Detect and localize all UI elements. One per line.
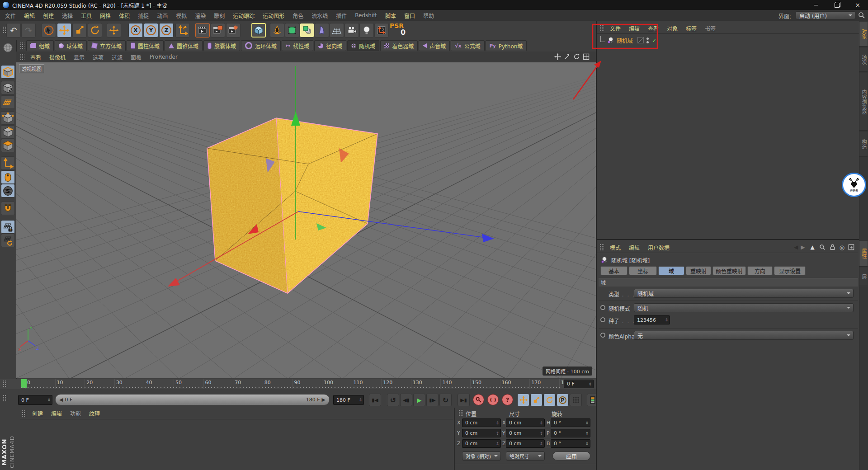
viewport-grip[interactable]: [20, 53, 24, 61]
spinner-icon[interactable]: ⇕: [585, 442, 590, 446]
scale-tool-button[interactable]: [72, 23, 87, 38]
play-loop-button[interactable]: ↻: [439, 394, 452, 406]
camera-button[interactable]: [344, 23, 359, 38]
menubar-item-运动跟踪[interactable]: 运动跟踪: [229, 12, 259, 19]
end-frame-field[interactable]: 180 F⇕: [333, 395, 364, 405]
field-dropdown-颜色Alpha[interactable]: 无: [634, 331, 854, 340]
viewport-menu-摄像机[interactable]: 摄像机: [45, 53, 70, 61]
object-manager-grip[interactable]: [599, 24, 604, 32]
view-label[interactable]: 透视视图: [19, 64, 44, 73]
search-icon[interactable]: [858, 12, 865, 19]
menubar-item-选择[interactable]: 选择: [58, 12, 77, 19]
material-menu-纹理[interactable]: 纹理: [85, 409, 104, 417]
object-manager-menu-文件[interactable]: 文件: [606, 24, 625, 32]
move-tool-button[interactable]: [57, 23, 71, 38]
toggle-record-rotation-button[interactable]: [543, 394, 556, 406]
palette-button-声音域[interactable]: 声音域: [419, 40, 450, 51]
play-forwards-button[interactable]: ▶: [413, 394, 425, 406]
toggle-views-icon[interactable]: [583, 53, 590, 60]
menubar-item-捕捉[interactable]: 捕捉: [134, 12, 153, 19]
history-forward-icon[interactable]: ▶: [801, 244, 805, 250]
texture-mode-button[interactable]: [1, 81, 15, 94]
material-grip[interactable]: [22, 410, 26, 417]
timeline-ruler[interactable]: 0102030405060708090100110120130140150160…: [0, 379, 596, 390]
material-menu-功能[interactable]: 功能: [66, 409, 85, 417]
attribute-tab-方向[interactable]: 方向: [747, 266, 773, 275]
palette-button-径向域[interactable]: 径向域: [314, 40, 346, 51]
coordinate-mode-dropdown[interactable]: 对象 (相对): [462, 451, 501, 461]
simulation-sphere-icon-button[interactable]: [1, 41, 15, 54]
apply-button[interactable]: 应用: [552, 451, 590, 461]
toggle-record-scale-button[interactable]: [530, 394, 542, 406]
rotation-B-field[interactable]: 0 °⇕: [551, 439, 590, 448]
menubar-item-角色[interactable]: 角色: [288, 12, 307, 19]
object-manager-menu-查看[interactable]: 查看: [644, 24, 663, 32]
menubar-item-Redshift[interactable]: Redshift: [351, 12, 381, 19]
light-button[interactable]: [359, 23, 374, 38]
palette-button-线性域[interactable]: ↦线性域: [282, 40, 313, 51]
menubar-item-流水线[interactable]: 流水线: [307, 12, 332, 19]
lock-icon[interactable]: [830, 244, 835, 250]
field-dropdown-随机模式[interactable]: 随机: [634, 303, 854, 312]
dock-tab-构造[interactable]: 构造: [859, 132, 868, 157]
search-icon[interactable]: [819, 244, 826, 250]
object-manager-menu-编辑[interactable]: 编辑: [625, 24, 644, 32]
size-X-field[interactable]: 0 cm⇕: [506, 418, 545, 427]
menubar-item-帮助[interactable]: 帮助: [419, 12, 438, 19]
coordinate-system-button[interactable]: [175, 23, 190, 38]
play-backwards-button[interactable]: ↺: [387, 394, 399, 406]
palette-button-胶囊体域[interactable]: 胶囊体域: [203, 40, 240, 51]
spinner-icon[interactable]: ⇕: [585, 431, 590, 436]
menubar-item-雕刻[interactable]: 雕刻: [210, 12, 229, 19]
points-mode-button[interactable]: [1, 111, 15, 125]
record-parameters-button[interactable]: ( ): [487, 394, 499, 405]
viewport-menu-显示[interactable]: 显示: [70, 53, 89, 61]
transport-grip[interactable]: [3, 395, 7, 402]
menubar-item-脚本[interactable]: 脚本: [381, 12, 400, 19]
snap-magnet-button[interactable]: [1, 202, 15, 215]
field-dropdown-类型[interactable]: 随机域: [634, 289, 854, 298]
close-button[interactable]: ×: [847, 0, 868, 10]
palette-button-球体域[interactable]: 球体域: [55, 40, 87, 51]
spinner-icon[interactable]: ⇕: [495, 442, 500, 446]
position-X-field[interactable]: 0 cm⇕: [462, 418, 501, 427]
menubar-item-渲染[interactable]: 渲染: [191, 12, 210, 19]
spinner-icon[interactable]: ⇕: [539, 421, 544, 425]
spinner-icon[interactable]: ⇕: [539, 442, 544, 446]
enabled-check-icon[interactable]: ✓: [652, 37, 657, 44]
attribute-tab-重映射[interactable]: 重映射: [686, 266, 711, 275]
menubar-item-编辑[interactable]: 编辑: [20, 12, 39, 19]
palette-button-着色器域[interactable]: 着色器域: [380, 40, 418, 51]
material-menu-创建[interactable]: 创建: [28, 409, 47, 417]
palette-button-圆锥体域[interactable]: 圆锥体域: [165, 40, 203, 51]
edges-mode-button[interactable]: [1, 125, 15, 139]
workplane-mode-button[interactable]: [1, 95, 15, 109]
next-frame-button[interactable]: ▮▶: [426, 394, 439, 406]
toggle-record-position-button[interactable]: [517, 394, 529, 406]
size-Y-field[interactable]: 0 cm⇕: [506, 429, 545, 437]
polygons-mode-button[interactable]: [1, 139, 15, 152]
section-header[interactable]: 域: [599, 278, 858, 287]
menubar-item-创建[interactable]: 创建: [39, 12, 58, 19]
record-active-objects-button[interactable]: [570, 394, 582, 406]
object-manager-menu-对象[interactable]: 对象: [663, 24, 682, 32]
x-axis-arrow[interactable]: [168, 278, 180, 287]
visibility-dots-icon[interactable]: [646, 38, 649, 43]
position-Z-field[interactable]: 0 cm⇕: [462, 439, 501, 448]
attribute-tab-域[interactable]: 域: [658, 266, 684, 275]
palette-button-随机域[interactable]: 随机域: [347, 40, 379, 51]
spinner-icon[interactable]: ⇕: [665, 318, 670, 322]
field-number-种子[interactable]: 123456⇕: [634, 315, 670, 324]
go-to-end-button[interactable]: ▶▮: [458, 394, 470, 406]
autokeying-help-button[interactable]: ?: [502, 394, 513, 405]
palette-button-立方体域[interactable]: 立方体域: [88, 40, 126, 51]
workplane-lock-button[interactable]: [1, 220, 15, 234]
new-panel-icon[interactable]: [848, 244, 854, 250]
spinner-icon[interactable]: ⇕: [539, 431, 544, 436]
parent-up-icon[interactable]: ▲: [810, 244, 814, 250]
rotation-P-field[interactable]: 0 °⇕: [551, 429, 590, 437]
menubar-item-工具[interactable]: 工具: [77, 12, 96, 19]
coordinate-grip[interactable]: [458, 409, 463, 417]
primitive-cube-button[interactable]: [251, 23, 266, 38]
keyframe-circle[interactable]: [600, 317, 605, 322]
